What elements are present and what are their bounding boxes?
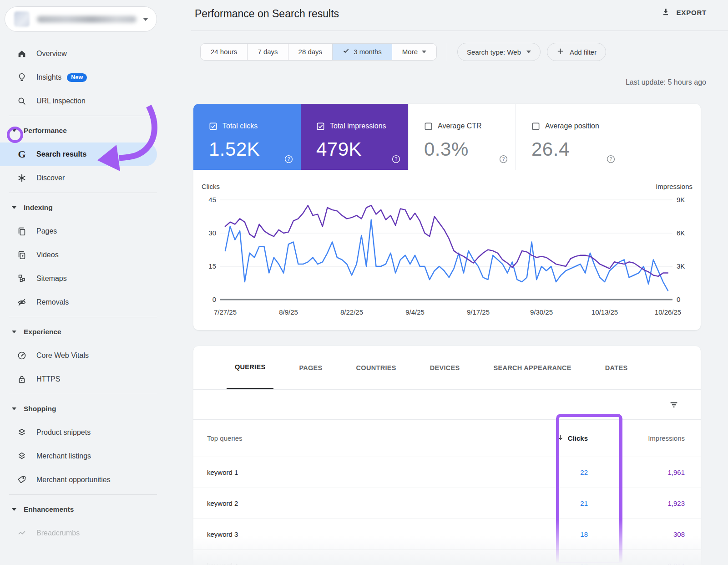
property-name-blurred [37,16,136,23]
impressions-cell: 1,923 [605,499,701,507]
card-label: Total clicks [222,122,301,130]
help-icon[interactable]: ? [391,154,401,164]
sidebar-item-label: Search results [36,150,86,158]
impressions-cell: 2,014 [605,562,701,565]
download-icon [661,7,670,18]
sidebar-item-insights[interactable]: Insights New [0,66,191,89]
date-range-segmented-control: 24 hours 7 days 28 days 3 months More [200,43,437,61]
sidebar-item-label: Discover [36,174,65,182]
sidebar-item-label: Product snippets [36,428,91,437]
clicks-cell: 21 [514,499,605,507]
chart-area: ClicksImpressions459K306K153K007/27/258/… [193,170,701,327]
property-selector[interactable] [5,6,157,32]
sidebar-item-videos[interactable]: Videos [0,243,191,267]
help-icon[interactable]: ? [284,154,293,164]
sidebar-divider [9,317,157,317]
sidebar-item-url-inspection[interactable]: URL inspection [0,89,191,113]
total-clicks-card[interactable]: Total clicks 1.52K ? [193,104,301,170]
sidebar-item-label: Core Web Vitals [36,351,89,360]
checkbox-unchecked-icon[interactable] [424,122,433,132]
chevron-down-icon [143,18,148,21]
sidebar-item-https[interactable]: HTTPS [0,367,191,391]
sidebar-nav: Overview Insights New URL inspection Per… [0,42,191,545]
sidebar-item-label: Removals [36,298,69,306]
dimension-tabs: QUERIES PAGES COUNTRIES DEVICES SEARCH A… [193,346,701,390]
sidebar-group-enhancements[interactable]: Enhancements [0,498,191,521]
export-button[interactable]: EXPORT [661,7,707,18]
total-impressions-card[interactable]: Total impressions 479K ? [301,104,408,170]
table-toolbar [193,390,701,420]
sidebar-item-product-snippets[interactable]: Product snippets [0,421,191,444]
tab-search-appearance[interactable]: SEARCH APPEARANCE [485,346,579,389]
sidebar-group-experience[interactable]: Experience [0,320,191,344]
table-row[interactable]: keyword 2 21 1,923 [193,488,701,519]
svg-text:9/30/25: 9/30/25 [530,308,553,316]
svg-text:9K: 9K [677,196,685,204]
table-row[interactable]: keyword 4 13 2,014 [193,550,701,565]
clicks-cell: 13 [514,562,605,565]
last-update-text: Last update: 5 hours ago [626,78,706,87]
tab-devices[interactable]: DEVICES [422,346,468,389]
sidebar-group-performance[interactable]: Performance [0,119,191,143]
range-24-hours[interactable]: 24 hours [201,44,248,60]
sidebar-item-overview[interactable]: Overview [0,42,191,66]
sidebar-item-label: URL inspection [36,97,86,105]
card-label: Total impressions [330,122,408,130]
svg-text:45: 45 [208,196,216,204]
column-header-impressions[interactable]: Impressions [605,434,701,442]
tab-pages[interactable]: PAGES [291,346,330,389]
average-ctr-card[interactable]: Average CTR 0.3% ? [408,104,516,170]
range-28-days[interactable]: 28 days [288,44,333,60]
clicks-cell: 18 [514,530,605,538]
breadcrumbs-icon [16,528,27,539]
sidebar-group-shopping[interactable]: Shopping [0,397,191,421]
metric-cards: Total clicks 1.52K ? Total impressions 4… [193,104,701,170]
sidebar-item-merchant-listings[interactable]: Merchant listings [0,444,191,468]
sidebar-item-merchant-opportunities[interactable]: Merchant opportunities [0,468,191,492]
sidebar-item-label: Videos [36,251,59,259]
check-icon [343,44,349,60]
column-header-top-queries[interactable]: Top queries [193,434,514,442]
sidebar-item-search-results[interactable]: G Search results [0,143,157,166]
sidebar-item-discover[interactable]: Discover [0,166,191,190]
checkbox-checked-icon[interactable] [316,122,325,132]
sidebar-item-core-web-vitals[interactable]: Core Web Vitals [0,344,191,367]
svg-text:6K: 6K [677,229,685,237]
checkbox-unchecked-icon[interactable] [531,122,540,132]
add-filter-button[interactable]: Add filter [547,43,606,61]
clicks-cell: 22 [514,468,605,476]
search-type-filter[interactable]: Search type: Web [457,43,541,61]
chevron-down-icon [12,407,18,410]
sidebar-item-removals[interactable]: Removals [0,290,191,314]
sidebar-item-label: Merchant listings [36,452,91,460]
query-cell: keyword 3 [193,530,514,538]
average-position-card[interactable]: Average position 26.4 ? [516,104,623,170]
svg-text:8/22/25: 8/22/25 [340,308,363,316]
column-header-clicks[interactable]: Clicks [514,434,605,443]
range-more-dropdown[interactable]: More [392,44,436,60]
help-icon[interactable]: ? [606,154,616,164]
sidebar-divider [9,494,157,495]
table-row[interactable]: keyword 1 22 1,961 [193,457,701,488]
property-favicon-blurred [14,11,30,27]
svg-text:8/9/25: 8/9/25 [279,308,298,316]
svg-text:10/26/25: 10/26/25 [655,308,681,316]
sidebar-item-label: Insights [36,73,61,81]
checkbox-checked-icon[interactable] [209,122,217,132]
filter-icon[interactable] [669,400,679,412]
range-3-months[interactable]: 3 months [333,44,392,60]
eye-off-icon [16,297,27,308]
table-row[interactable]: keyword 3 18 308 [193,519,701,550]
help-icon[interactable]: ? [499,154,508,164]
sidebar-item-pages[interactable]: Pages [0,219,191,243]
sidebar-group-indexing[interactable]: Indexing [0,196,191,219]
tab-countries[interactable]: COUNTRIES [348,346,404,389]
query-cell: keyword 1 [193,468,514,476]
tab-queries[interactable]: QUERIES [227,346,273,389]
sidebar-group-label: Performance [24,127,67,135]
svg-text:?: ? [610,157,612,162]
sidebar-item-sitemaps[interactable]: Sitemaps [0,267,191,290]
sidebar-item-breadcrumbs[interactable]: Breadcrumbs [0,521,191,545]
range-7-days[interactable]: 7 days [248,44,288,60]
tab-dates[interactable]: DATES [597,346,636,389]
